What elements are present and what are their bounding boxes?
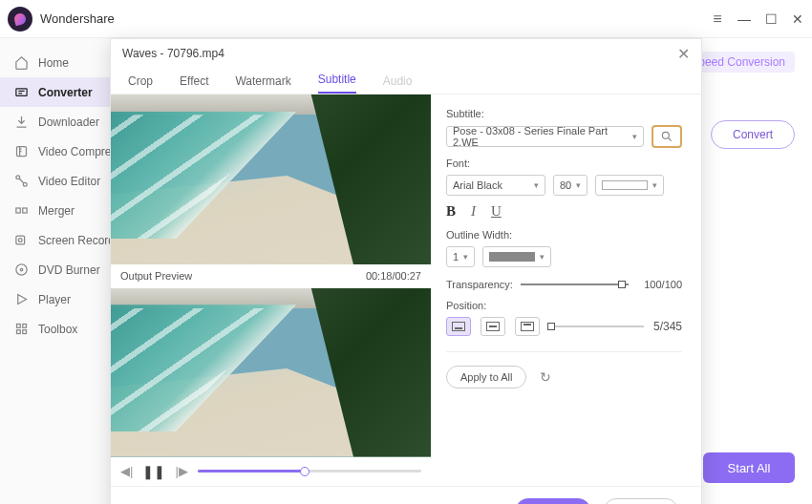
transparency-slider[interactable] — [521, 284, 629, 285]
font-family-select[interactable]: Arial Black ▾ — [446, 175, 545, 196]
svg-rect-11 — [16, 325, 20, 328]
sidebar-item-recorder[interactable]: Screen Recorder — [0, 225, 110, 255]
sidebar-item-label: Screen Recorder — [38, 234, 110, 247]
chevron-down-icon: ▾ — [572, 180, 581, 190]
chevron-down-icon: ▾ — [649, 180, 657, 190]
menu-icon[interactable]: ≡ — [711, 12, 724, 26]
outline-color-select[interactable]: ▾ — [482, 246, 551, 267]
tab-subtitle[interactable]: Subtitle — [318, 73, 356, 94]
sidebar-item-label: Video Editor — [38, 175, 100, 188]
font-label: Font: — [446, 158, 682, 169]
subtitle-label: Subtitle: — [446, 108, 682, 119]
sidebar-item-label: Home — [38, 56, 69, 70]
font-color-select[interactable]: ▾ — [595, 175, 664, 196]
svg-rect-6 — [15, 236, 24, 244]
bold-button[interactable]: B — [446, 203, 456, 220]
svg-point-9 — [20, 268, 23, 271]
sidebar-item-label: Downloader — [38, 116, 99, 129]
settings-column: Subtitle: Pose - 03x08 - Series Finale P… — [431, 94, 701, 486]
modal-close-icon[interactable]: ✕ — [677, 45, 690, 63]
sidebar-item-merger[interactable]: Merger — [0, 196, 110, 225]
chevron-down-icon: ▾ — [530, 180, 539, 190]
sidebar-item-label: Converter — [38, 86, 93, 99]
cancel-button[interactable]: Cancel — [604, 498, 678, 505]
converter-icon — [13, 85, 29, 100]
minimize-button[interactable]: — — [737, 12, 751, 26]
output-preview-label: Output Preview — [120, 270, 192, 282]
maximize-button[interactable]: ☐ — [764, 12, 778, 26]
convert-button[interactable]: Convert — [711, 120, 795, 149]
italic-button[interactable]: I — [471, 203, 476, 220]
modal-titlebar: Waves - 70796.mp4 ✕ — [111, 39, 701, 68]
underline-button[interactable]: U — [491, 203, 502, 220]
font-size-select[interactable]: 80 ▾ — [553, 175, 588, 196]
svg-marker-10 — [17, 295, 26, 304]
font-family-value: Arial Black — [453, 179, 502, 191]
sidebar-item-toolbox[interactable]: Toolbox — [0, 314, 110, 344]
subtitle-select[interactable]: Pose - 03x08 - Series Finale Part 2.WE ▾ — [446, 126, 644, 147]
app-name: Wondershare — [40, 11, 115, 26]
toolbox-icon — [13, 322, 29, 337]
modal-tabs: Crop Effect Watermark Subtitle Audio — [111, 68, 701, 94]
svg-point-2 — [15, 176, 19, 179]
ok-button[interactable]: OK — [516, 498, 590, 505]
position-label: Position: — [446, 300, 682, 311]
svg-point-7 — [18, 239, 22, 242]
sidebar-item-label: Merger — [38, 204, 75, 218]
subtitle-select-value: Pose - 03x08 - Series Finale Part 2.WE — [453, 125, 629, 148]
app-logo — [8, 7, 32, 32]
outline-width-value: 1 — [453, 251, 459, 262]
svg-rect-14 — [22, 330, 26, 334]
recorder-icon — [13, 233, 29, 248]
search-icon — [660, 130, 673, 143]
preview-label-row: Output Preview 00:18/00:27 — [111, 264, 431, 288]
sidebar-item-label: Toolbox — [38, 323, 77, 336]
svg-rect-4 — [15, 208, 19, 213]
outline-width-select[interactable]: 1 ▾ — [446, 246, 475, 267]
position-top-button[interactable] — [515, 317, 540, 336]
position-middle-button[interactable] — [481, 317, 505, 336]
position-slider[interactable] — [549, 326, 644, 327]
close-button[interactable]: ✕ — [791, 12, 804, 26]
sidebar-item-label: Player — [38, 293, 71, 306]
prev-button[interactable]: ◀| — [120, 464, 133, 478]
start-all-button[interactable]: Start All — [703, 452, 795, 483]
editor-icon — [13, 174, 29, 189]
position-bottom-button[interactable] — [446, 317, 471, 336]
download-icon — [13, 115, 29, 130]
home-icon — [13, 55, 29, 71]
preview-timecode: 00:18/00:27 — [366, 270, 421, 282]
sidebar-item-downloader[interactable]: Downloader — [0, 107, 110, 136]
titlebar: Wondershare ≡ — ☐ ✕ — [0, 0, 812, 38]
sidebar-item-label: Video Compressor — [38, 145, 110, 158]
position-value: 5/345 — [653, 320, 682, 333]
sidebar-item-dvd[interactable]: DVD Burner — [0, 255, 110, 284]
sidebar-item-compressor[interactable]: Video Compressor — [0, 136, 110, 166]
svg-rect-0 — [15, 89, 26, 96]
next-button[interactable]: |▶ — [175, 464, 187, 478]
svg-point-3 — [23, 182, 27, 186]
chevron-down-icon: ▾ — [536, 252, 545, 262]
sidebar-item-player[interactable]: Player — [0, 284, 110, 314]
reset-icon[interactable]: ↻ — [540, 369, 551, 385]
tab-crop[interactable]: Crop — [128, 74, 153, 94]
tab-audio[interactable]: Audio — [383, 74, 413, 94]
divider — [446, 351, 682, 352]
sidebar-item-converter[interactable]: Converter — [0, 77, 110, 107]
player-controls: ◀| ❚❚ |▶ — [111, 457, 431, 486]
sidebar-item-editor[interactable]: Video Editor — [0, 166, 110, 196]
sidebar-item-home[interactable]: Home — [0, 48, 110, 77]
outline-color-swatch — [489, 252, 535, 262]
subtitle-search-button[interactable] — [652, 125, 682, 148]
progress-slider[interactable] — [198, 470, 421, 472]
tab-watermark[interactable]: Watermark — [235, 74, 290, 94]
pause-button[interactable]: ❚❚ — [142, 464, 165, 479]
merger-icon — [13, 203, 29, 219]
player-icon — [13, 292, 29, 307]
apply-to-all-button[interactable]: Apply to All — [446, 366, 526, 388]
tab-effect[interactable]: Effect — [180, 74, 208, 94]
output-preview — [111, 288, 431, 457]
input-preview — [111, 94, 431, 264]
outline-label: Outline Width: — [446, 229, 682, 241]
font-size-value: 80 — [560, 179, 571, 191]
